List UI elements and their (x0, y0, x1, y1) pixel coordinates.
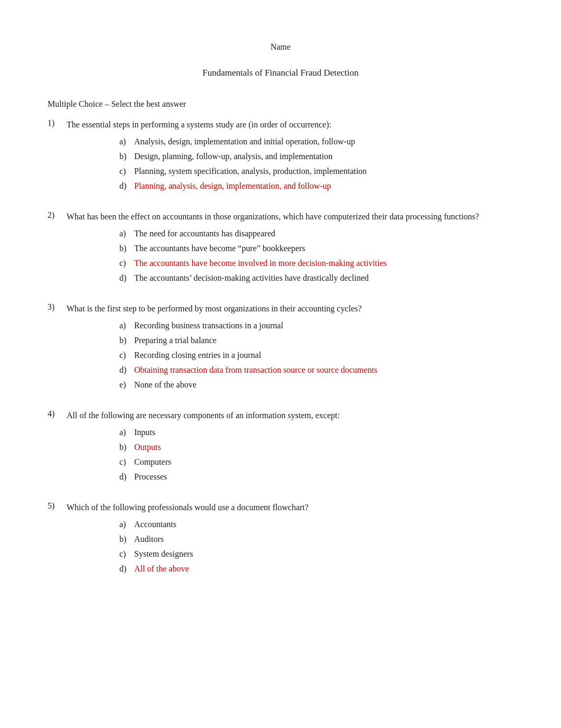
option-label: a) (119, 135, 134, 148)
option-text: Preparing a trial balance (134, 334, 513, 347)
option-label: a) (119, 319, 134, 332)
option-text: Processes (134, 471, 513, 483)
option-item: a)Analysis, design, implementation and i… (119, 135, 513, 148)
options-list: a)Recording business transactions in a j… (67, 319, 513, 391)
question-number: 1) (48, 118, 67, 128)
option-text: The accountants have become “pure” bookk… (134, 242, 513, 255)
option-text: None of the above (134, 379, 513, 391)
question-text: What has been the effect on accountants … (67, 210, 513, 223)
option-text: Planning, system specification, analysis… (134, 165, 513, 178)
question-item: 4)All of the following are necessary com… (48, 409, 513, 485)
question-text: All of the following are necessary compo… (67, 409, 513, 422)
option-label: d) (119, 272, 134, 284)
option-text: Recording closing entries in a journal (134, 349, 513, 362)
option-item: d)Processes (119, 471, 513, 483)
option-item: d)All of the above (119, 563, 513, 575)
question-number: 5) (48, 501, 67, 511)
option-text: Recording business transactions in a jou… (134, 319, 513, 332)
option-item: a)Accountants (119, 518, 513, 531)
option-item: a)Recording business transactions in a j… (119, 319, 513, 332)
option-label: c) (119, 456, 134, 468)
option-text: The need for accountants has disappeared (134, 227, 513, 240)
option-label: d) (119, 364, 134, 376)
option-item: b)Outputs (119, 441, 513, 454)
page-title: Fundamentals of Financial Fraud Detectio… (48, 68, 513, 78)
option-text: Outputs (134, 441, 513, 454)
name-label: Name (48, 42, 513, 52)
question-body: What has been the effect on accountants … (67, 210, 513, 287)
option-label: c) (119, 349, 134, 362)
question-item: 3)What is the first step to be performed… (48, 302, 513, 393)
question-text: What is the first step to be performed b… (67, 302, 513, 315)
option-label: b) (119, 533, 134, 546)
page-header: Name Fundamentals of Financial Fraud Det… (48, 42, 513, 78)
option-item: b)Design, planning, follow-up, analysis,… (119, 150, 513, 163)
option-label: c) (119, 257, 134, 270)
options-list: a)Accountantsb)Auditorsc)System designer… (67, 518, 513, 575)
question-text: The essential steps in performing a syst… (67, 118, 513, 131)
option-item: b)The accountants have become “pure” boo… (119, 242, 513, 255)
option-label: e) (119, 379, 134, 391)
option-item: c)Computers (119, 456, 513, 468)
option-label: d) (119, 471, 134, 483)
options-list: a)Analysis, design, implementation and i… (67, 135, 513, 192)
option-label: a) (119, 227, 134, 240)
option-text: Planning, analysis, design, implementati… (134, 180, 513, 192)
options-list: a)The need for accountants has disappear… (67, 227, 513, 284)
option-item: b)Auditors (119, 533, 513, 546)
option-text: Obtaining transaction data from transact… (134, 364, 513, 376)
option-text: All of the above (134, 563, 513, 575)
option-text: Auditors (134, 533, 513, 546)
question-number: 3) (48, 302, 67, 312)
option-label: a) (119, 518, 134, 531)
option-text: Inputs (134, 426, 513, 439)
option-text: The accountants’ decision-making activit… (134, 272, 513, 284)
option-text: System designers (134, 548, 513, 560)
option-item: d)Obtaining transaction data from transa… (119, 364, 513, 376)
question-item: 2)What has been the effect on accountant… (48, 210, 513, 287)
option-label: c) (119, 165, 134, 178)
question-number: 4) (48, 409, 67, 419)
option-label: b) (119, 334, 134, 347)
option-text: Computers (134, 456, 513, 468)
question-body: What is the first step to be performed b… (67, 302, 513, 393)
option-item: c)Recording closing entries in a journal (119, 349, 513, 362)
option-text: The accountants have become involved in … (134, 257, 513, 270)
section-label: Multiple Choice – Select the best answer (48, 99, 513, 109)
question-text: Which of the following professionals wou… (67, 501, 513, 514)
questions-list: 1)The essential steps in performing a sy… (48, 118, 513, 577)
option-item: e)None of the above (119, 379, 513, 391)
options-list: a)Inputsb)Outputsc)Computersd)Processes (67, 426, 513, 483)
option-item: b)Preparing a trial balance (119, 334, 513, 347)
question-number: 2) (48, 210, 67, 220)
option-item: d)Planning, analysis, design, implementa… (119, 180, 513, 192)
option-text: Analysis, design, implementation and ini… (134, 135, 513, 148)
option-label: b) (119, 441, 134, 454)
option-label: b) (119, 242, 134, 255)
option-item: c)System designers (119, 548, 513, 560)
option-label: d) (119, 563, 134, 575)
question-item: 5)Which of the following professionals w… (48, 501, 513, 577)
question-body: The essential steps in performing a syst… (67, 118, 513, 195)
option-item: c)Planning, system specification, analys… (119, 165, 513, 178)
option-item: a)The need for accountants has disappear… (119, 227, 513, 240)
option-label: a) (119, 426, 134, 439)
option-text: Accountants (134, 518, 513, 531)
question-item: 1)The essential steps in performing a sy… (48, 118, 513, 195)
option-text: Design, planning, follow-up, analysis, a… (134, 150, 513, 163)
question-body: All of the following are necessary compo… (67, 409, 513, 485)
option-label: b) (119, 150, 134, 163)
option-item: d)The accountants’ decision-making activ… (119, 272, 513, 284)
option-item: c)The accountants have become involved i… (119, 257, 513, 270)
option-label: d) (119, 180, 134, 192)
option-item: a)Inputs (119, 426, 513, 439)
option-label: c) (119, 548, 134, 560)
question-body: Which of the following professionals wou… (67, 501, 513, 577)
